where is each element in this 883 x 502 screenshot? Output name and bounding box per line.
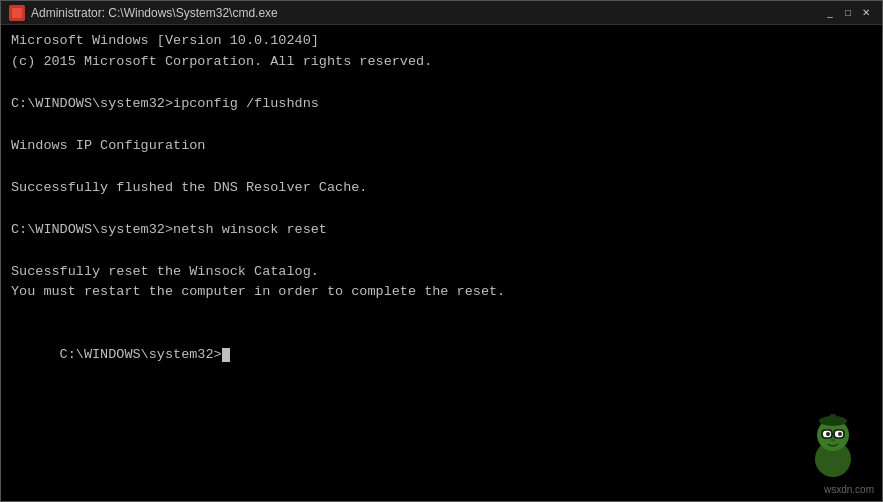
close-button[interactable]: ✕ <box>858 5 874 21</box>
console-line-empty <box>11 241 872 262</box>
console-line: Sucessfully reset the Winsock Catalog. <box>11 262 872 283</box>
maximize-button[interactable]: □ <box>840 5 856 21</box>
minimize-button[interactable]: _ <box>822 5 838 21</box>
console-line: C:\WINDOWS\system32>netsh winsock reset <box>11 220 872 241</box>
console-line: Microsoft Windows [Version 10.0.10240] <box>11 31 872 52</box>
svg-point-3 <box>829 414 837 422</box>
mascot-image <box>798 401 868 481</box>
svg-point-6 <box>826 432 830 436</box>
console-prompt-line: C:\WINDOWS\system32> <box>11 324 872 387</box>
console-prompt: C:\WINDOWS\system32> <box>60 347 222 362</box>
console-output[interactable]: Microsoft Windows [Version 10.0.10240] (… <box>1 25 882 501</box>
svg-point-11 <box>831 439 835 442</box>
console-line-empty <box>11 115 872 136</box>
window-icon <box>9 5 25 21</box>
window-title: Administrator: C:\Windows\System32\cmd.e… <box>31 6 816 20</box>
svg-point-7 <box>838 432 842 436</box>
console-line: Windows IP Configuration <box>11 136 872 157</box>
console-line-empty <box>11 199 872 220</box>
title-bar: Administrator: C:\Windows\System32\cmd.e… <box>1 1 882 25</box>
watermark-text: wsxdn.com <box>824 484 874 495</box>
console-line: C:\WINDOWS\system32>ipconfig /flushdns <box>11 94 872 115</box>
console-line: You must restart the computer in order t… <box>11 282 872 303</box>
console-line-empty <box>11 73 872 94</box>
console-line-empty <box>11 303 872 324</box>
cmd-window: Administrator: C:\Windows\System32\cmd.e… <box>0 0 883 502</box>
window-controls[interactable]: _ □ ✕ <box>822 5 874 21</box>
console-line-empty <box>11 157 872 178</box>
cursor-blink <box>222 348 230 362</box>
console-line: (c) 2015 Microsoft Corporation. All righ… <box>11 52 872 73</box>
console-line: Successfully flushed the DNS Resolver Ca… <box>11 178 872 199</box>
